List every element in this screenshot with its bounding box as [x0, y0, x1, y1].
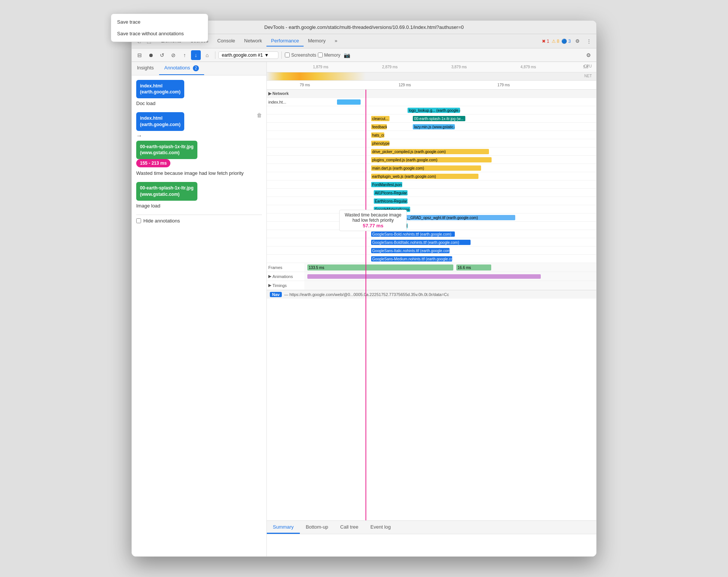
network-bar-all1picons[interactable]: All1PIcons-Regular.otf (earth....: [374, 190, 408, 195]
table-row[interactable]: phenotype_client_compiled...: [267, 139, 596, 147]
table-row[interactable]: GoogleSans-Medium.nohints.ttf (earth.goo…: [267, 255, 596, 263]
screenshots-label: Screenshots: [291, 53, 316, 58]
memory-checkbox[interactable]: Memory: [318, 53, 340, 58]
annotation-1: index.html (earth.google.com) Doc load: [136, 80, 262, 107]
upload-button[interactable]: ↑: [180, 50, 190, 60]
animations-expand-icon[interactable]: ▶: [268, 274, 271, 279]
capture-icon[interactable]: 📷: [342, 50, 352, 60]
tab-console[interactable]: Console: [213, 36, 240, 47]
network-bar-googlesans-bolditalic[interactable]: GoogleSans-BoldItalic.nohints.ttf (earth…: [371, 240, 471, 245]
animations-row: ▶ Animations: [267, 272, 596, 281]
annotation-3-link[interactable]: 00-earth-splash-1x-ltr.jpg(www.gstatic.c…: [136, 182, 197, 201]
dock-toolbar-icon[interactable]: ⊟: [135, 50, 144, 60]
network-bar-lazy[interactable]: lazy.min.js (www.gstatic.com): [413, 124, 455, 129]
table-row[interactable]: GoogleMaterialIcons-Regular...: [267, 205, 596, 213]
row-bar-area-16: GoogleSans-Bold.nohints.ttf (earth.googl…: [334, 230, 596, 238]
table-row[interactable]: GoogleSans-Bold.nohints.ttf (earth.googl…: [267, 230, 596, 238]
network-bar-googlesans-medium[interactable]: GoogleSans-Medium.nohints.ttf (earth.goo…: [371, 256, 452, 261]
network-bar-1[interactable]: logo_lookup.g... (earth.google.com): [408, 108, 460, 113]
settings-icon[interactable]: ⚙: [573, 37, 582, 46]
url-selector[interactable]: earth.google.com #1 ▼: [218, 51, 278, 59]
tab-summary[interactable]: Summary: [267, 521, 300, 534]
timeline-vertical-line: [366, 90, 366, 520]
screenshots-check-input[interactable]: [285, 53, 290, 57]
table-row[interactable]: MaterialIcons-Extended.ttf (e...: [267, 222, 596, 230]
network-bar-googlesans-italic[interactable]: GoogleSans-Italic.nohints.ttf (earth.goo…: [371, 248, 450, 253]
tab-more[interactable]: »: [330, 36, 342, 47]
network-bar-feedback[interactable]: feedback_c...: [371, 124, 387, 129]
toolbar-separator: [215, 51, 215, 59]
table-row[interactable]: GoogleSans-Italic.nohints.ttf (earth.goo…: [267, 246, 596, 255]
network-bar-fontmanifest[interactable]: FontManifest.json (earth.goo...: [371, 182, 403, 187]
save-trace-no-annotations-item[interactable]: Save trace without annotations: [131, 28, 208, 39]
devtools-window: DevTools - earth.google.com/static/multi…: [131, 20, 597, 557]
network-bar-googlesans-bold[interactable]: GoogleSans-Bold.nohints.ttf (earth.googl…: [371, 231, 455, 237]
annotation-1-link[interactable]: index.html (earth.google.com): [136, 80, 184, 99]
annotation-2-desc: Wasted time because image had low fetch …: [136, 170, 262, 176]
tab-network[interactable]: Network: [240, 36, 267, 47]
trash-icon[interactable]: 🗑: [257, 112, 262, 118]
table-row[interactable]: logo_lookup.g... (earth.google.com): [267, 106, 596, 114]
row-bar-area-19: GoogleSans-Medium.nohints.ttf (earth.goo…: [334, 255, 596, 263]
row-bar-area-12: EarthIcons-Regular.otf (earth...: [334, 197, 596, 205]
network-bar-earthplugin[interactable]: earthplugin_web.js (earth.google.com): [371, 174, 478, 179]
annotation-2-link2[interactable]: 00-earth-splash-1x-ltr.jpg(www.gstatic.c…: [136, 141, 197, 159]
tab-memory[interactable]: Memory: [304, 36, 330, 47]
row-bar-area-17: GoogleSans-BoldItalic.nohints.ttf (earth…: [334, 238, 596, 246]
table-row[interactable]: GoogleSans-BoldItalic.nohints.ttf (earth…: [267, 238, 596, 246]
reload-button[interactable]: ↺: [157, 50, 167, 60]
hide-annotations-checkbox[interactable]: [136, 218, 141, 223]
timings-expand-icon[interactable]: ▶: [268, 283, 271, 288]
network-bar-phenotype[interactable]: phenotype_client_compiled...: [371, 141, 390, 146]
save-trace-item[interactable]: Save trace: [131, 20, 208, 28]
warning-icon: ⚠: [552, 39, 556, 44]
network-bar-drive[interactable]: drive_picker_compiled.js (earth.google.c…: [371, 149, 489, 154]
table-row[interactable]: feedback_c... lazy.min.js (www.gstatic.c…: [267, 123, 596, 131]
memory-check-input[interactable]: [318, 53, 323, 57]
annotation-1-label: Doc load: [136, 101, 262, 106]
sidebar-tab-insights[interactable]: Insights: [132, 62, 159, 75]
performance-toolbar: ⊟ ⏺ ↺ ⊘ ↑ ↓ ⌂ earth.google.com #1 ▼ Scre…: [132, 48, 596, 62]
tab-event-log[interactable]: Event log: [364, 521, 397, 534]
record-button[interactable]: ⏺: [146, 50, 156, 60]
network-bar-clearcut[interactable]: clearcut...: [371, 116, 390, 121]
network-bar-main-dart[interactable]: main.dart.js (earth.google.com): [371, 165, 481, 171]
wasted-text: Wasted time because image had low fetch …: [345, 212, 402, 223]
download-button[interactable]: ↓: [191, 50, 201, 60]
annotation-2-link1[interactable]: index.html(earth.google.com): [136, 112, 184, 131]
tab-bottom-up[interactable]: Bottom-up: [300, 521, 334, 534]
hide-annotations[interactable]: Hide annotations: [136, 215, 262, 227]
table-row[interactable]: index.ht... Doc load: [267, 98, 596, 106]
perf-settings-icon[interactable]: ⚙: [584, 50, 593, 60]
table-row[interactable]: FontManifest.json (earth.goo...: [267, 180, 596, 189]
network-area[interactable]: ▶ Network index.ht... Doc load: [267, 90, 596, 520]
frames-label: Frames: [267, 265, 304, 270]
home-button[interactable]: ⌂: [202, 50, 212, 60]
network-bar-plugins[interactable]: plugins_compiled.js (earth.google.com): [371, 157, 492, 162]
more-menu-icon[interactable]: ⋮: [584, 37, 593, 46]
table-row[interactable]: drive_picker_compiled.js (earth.google.c…: [267, 147, 596, 156]
table-row[interactable]: earthplugin_web.js (earth.google.com): [267, 172, 596, 180]
clear-button[interactable]: ⊘: [168, 50, 178, 60]
table-row[interactable]: clearcut... 00-earth-splash-1x-ltr.jpg (…: [267, 114, 596, 123]
table-row[interactable]: main.dart.js (earth.google.com): [267, 164, 596, 172]
table-row[interactable]: hats_compil...: [267, 131, 596, 139]
network-bar-0[interactable]: Doc load: [337, 99, 361, 105]
table-row[interactable]: All1PIcons-Regular.otf (earth....: [267, 189, 596, 197]
network-bar-earthicons[interactable]: EarthIcons-Regular.otf (earth...: [374, 198, 408, 204]
network-expand-icon[interactable]: ▶: [268, 91, 272, 96]
sidebar-tab-annotations[interactable]: Annotations 2: [159, 62, 204, 75]
animations-bar-area: [304, 272, 596, 281]
annotation-3: 00-earth-splash-1x-ltr.jpg(www.gstatic.c…: [136, 182, 262, 209]
tab-performance[interactable]: Performance: [266, 36, 303, 47]
row-bar-area-2: clearcut... 00-earth-splash-1x-ltr.jpg (…: [334, 114, 596, 122]
tab-call-tree[interactable]: Call tree: [334, 521, 364, 534]
table-row[interactable]: GoogleSymbols_FILL_GRAD_opsz_wght.ttf (e…: [267, 213, 596, 222]
network-bar-hats[interactable]: hats_compil...: [371, 132, 384, 138]
screenshots-checkbox[interactable]: Screenshots: [285, 53, 316, 58]
table-row[interactable]: EarthIcons-Regular.otf (earth...: [267, 197, 596, 205]
network-bar-area: [334, 90, 596, 98]
network-bar-splash[interactable]: 00-earth-splash-1x-ltr.jpg (w... Image l…: [413, 116, 465, 121]
info-count: 3: [568, 39, 571, 44]
table-row[interactable]: plugins_compiled.js (earth.google.com): [267, 156, 596, 164]
